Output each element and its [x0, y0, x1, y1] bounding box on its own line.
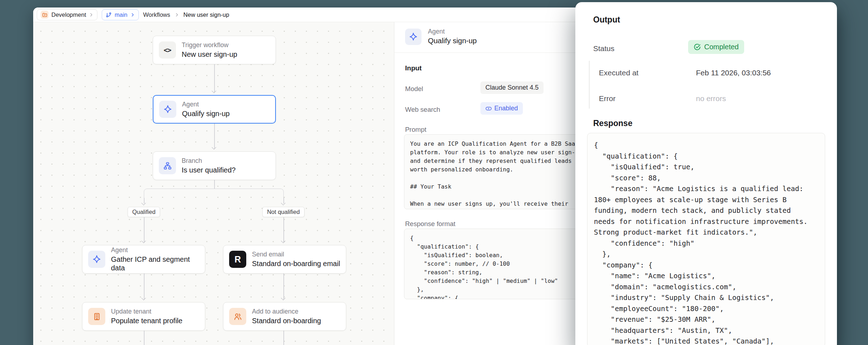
chevron-right-icon: [89, 12, 94, 17]
node-type: Branch: [182, 157, 236, 165]
node-branch[interactable]: Branch Is user qualified?: [153, 151, 276, 180]
executed-at-value: Feb 11 2026, 03:03:56: [696, 69, 771, 77]
branch-label-not-qualified[interactable]: Not qualified: [262, 207, 304, 217]
response-output-box[interactable]: { "qualification": { "isQualified": true…: [587, 133, 825, 345]
status-label: Status: [593, 44, 615, 53]
response-heading: Response: [593, 119, 632, 128]
output-title: Output: [593, 15, 620, 25]
node-agent-gather[interactable]: Agent Gather ICP and segment data: [82, 245, 205, 274]
output-panel: Output Status Completed Executed at Feb …: [575, 2, 837, 345]
response-format-editor[interactable]: { "qualification": { "isQualified": bool…: [404, 229, 590, 299]
node-type: Update tenant: [111, 308, 182, 315]
node-detail-panel: Agent Qualify sign-up Input Model Claude…: [394, 22, 594, 345]
breadcrumb-section[interactable]: Workflows: [143, 11, 170, 18]
node-type: Agent: [111, 246, 199, 254]
node-title: Standard on-boarding email: [252, 259, 340, 268]
code-icon: <>: [159, 41, 176, 59]
breadcrumb-project-chip[interactable]: Development: [37, 9, 97, 20]
error-label: Error: [599, 94, 616, 103]
connector-line: [144, 331, 145, 345]
node-title: Is user qualified?: [182, 166, 236, 174]
chevron-right-icon: [130, 12, 135, 17]
node-title: Gather ICP and segment data: [111, 255, 199, 272]
node-trigger-workflow[interactable]: <> Trigger workflow New user sign-up: [153, 36, 276, 64]
connector-line: [214, 180, 215, 189]
node-type: Trigger workflow: [182, 41, 237, 49]
breadcrumb-page: New user sign-up: [183, 11, 229, 18]
node-title: Populate tenant profile: [111, 316, 182, 325]
executed-at-label: Executed at: [599, 69, 639, 77]
chevron-right-icon: [175, 12, 179, 17]
prompt-label: Prompt: [405, 126, 427, 134]
node-type: Agent: [182, 101, 229, 108]
model-value-chip[interactable]: Claude Sonnet 4.5: [480, 81, 544, 94]
breadcrumb-project-label: Development: [51, 11, 86, 18]
toggle-icon: [485, 105, 492, 112]
branch-label-qualified[interactable]: Qualified: [127, 207, 160, 217]
breadcrumb-branch-label: main: [115, 11, 127, 18]
connector-line: [214, 64, 215, 92]
folder-icon: [41, 11, 49, 19]
resend-icon: R: [229, 251, 246, 268]
node-update-tenant[interactable]: Update tenant Populate tenant profile: [82, 302, 205, 331]
web-search-toggle-chip[interactable]: Enabled: [480, 102, 523, 115]
node-agent-qualify[interactable]: Agent Qualify sign-up: [153, 95, 276, 124]
node-type: Send email: [252, 251, 340, 258]
sparkle-icon: [405, 29, 422, 45]
sparkle-icon: [88, 251, 105, 268]
node-add-to-audience[interactable]: Add to audience Standard on-boarding: [223, 302, 346, 331]
node-title: Standard on-boarding: [252, 316, 321, 325]
node-send-email[interactable]: R Send email Standard on-boarding email: [223, 245, 346, 274]
executed-group-border: [589, 61, 590, 109]
workflow-canvas[interactable]: [33, 22, 394, 345]
check-circle-icon: [693, 43, 701, 51]
input-section-heading: Input: [405, 64, 422, 72]
model-label: Model: [405, 85, 423, 93]
node-title: Qualify sign-up: [182, 109, 229, 118]
hierarchy-icon: [159, 157, 176, 174]
status-badge: Completed: [688, 40, 744, 54]
breadcrumb-branch-chip[interactable]: main: [102, 9, 139, 20]
users-icon: [229, 308, 246, 325]
git-branch-icon: [106, 12, 112, 18]
sparkle-icon: [159, 101, 176, 118]
response-format-label: Response format: [405, 220, 455, 228]
app-root: Development main Workflows: [0, 0, 868, 345]
web-search-label: Web search: [405, 106, 440, 114]
branch-split-connector: [144, 189, 284, 198]
detail-node-type: Agent: [428, 28, 445, 35]
error-value: no errors: [696, 94, 726, 103]
prompt-textarea[interactable]: You are an ICP Qualification Agent for a…: [404, 134, 590, 209]
node-title: New user sign-up: [182, 50, 237, 59]
connector-line: [283, 331, 284, 345]
building-icon: [88, 308, 105, 325]
node-type: Add to audience: [252, 308, 321, 315]
detail-node-title: Qualify sign-up: [428, 36, 477, 45]
detail-header: Agent Qualify sign-up: [394, 22, 594, 53]
